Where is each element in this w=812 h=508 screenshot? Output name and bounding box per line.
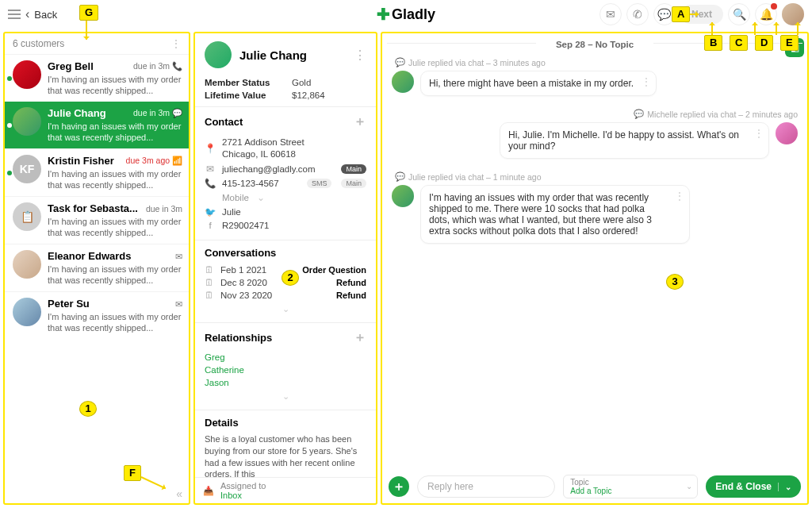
menu-icon[interactable] <box>8 10 21 19</box>
msg-meta-3: Julie replied via chat – 1 minute ago <box>408 172 542 182</box>
msg-text-3: I'm having an issues with my order that … <box>429 192 652 237</box>
add-action-button[interactable]: ＋ <box>389 476 409 497</box>
conversation-header: Sep 28 – No Topic <box>556 40 634 49</box>
customer-avatar <box>13 250 41 279</box>
reply-input[interactable]: Reply here <box>417 475 555 498</box>
customer-name: Eleanor Edwards <box>48 250 131 262</box>
conversation-type: Refund <box>336 278 366 287</box>
chat-bubble-icon: 💬 <box>395 171 405 182</box>
assigned-to-key: Assigned to <box>220 481 266 491</box>
conversation-date: Feb 1 2021 <box>220 265 266 275</box>
inbox-item[interactable]: Greg Belldue in 3m 📞I'm having an issues… <box>5 54 189 102</box>
customer-snippet: I'm having an issues with my order that … <box>48 121 182 143</box>
conversation-type: Order Question <box>302 265 366 275</box>
contact-email[interactable]: juliechang@gladly.com <box>222 164 316 174</box>
relationship-link[interactable]: Jason <box>205 376 366 389</box>
phone-icon[interactable]: ✆ <box>626 3 649 25</box>
customer-name: Peter Su <box>48 298 90 310</box>
annotation-3: 3 <box>666 274 684 290</box>
back-label[interactable]: Back <box>34 9 57 21</box>
relationships-heading: Relationships <box>205 332 272 344</box>
topic-selector[interactable]: Topic Add a Topic ⌄ <box>563 475 698 498</box>
customer-avatar: 📋 <box>13 202 41 231</box>
customer-snippet: I'm having an issues with my order that … <box>48 216 182 238</box>
inbox-item[interactable]: 📋Task for Sebasta...due in 3m I'm having… <box>5 196 189 244</box>
mail-icon[interactable]: ✉ <box>599 3 622 25</box>
contact-twitter[interactable]: Julie <box>222 207 241 217</box>
inbox-count: 6 customers <box>13 38 64 49</box>
profile-name: Julie Chang <box>239 48 346 62</box>
annotation-C: C <box>730 35 748 51</box>
chevron-down-icon[interactable]: ⌄ <box>778 483 791 491</box>
profile-menu-icon[interactable]: ⋮ <box>354 48 366 63</box>
conversation-date: Nov 23 2020 <box>220 291 272 300</box>
customer-avatar: KF <box>13 155 41 183</box>
message-bubble: Hi, Julie. I'm Michelle. I'd be happy to… <box>500 122 769 159</box>
inbox-panel: 6 customers ⋮ Greg Belldue in 3m 📞I'm ha… <box>3 32 190 505</box>
annotation-E: E <box>780 35 799 51</box>
message-menu-icon[interactable]: ⋮ <box>642 76 651 87</box>
facebook-icon: f <box>205 221 216 230</box>
chevron-down-icon: ⌄ <box>686 482 692 491</box>
message-bubble: Hi, there might have been a mistake in m… <box>420 71 657 96</box>
due-label: due in 3m <box>146 204 182 214</box>
customer-name: Task for Sebasta... <box>48 202 138 214</box>
conversation-row[interactable]: 🗓Nov 23 2020Refund <box>205 289 366 302</box>
profile-panel: Julie Chang ⋮ Member StatusGold Lifetime… <box>193 32 377 505</box>
inbox-item[interactable]: Peter Su ✉I'm having an issues with my o… <box>5 291 189 339</box>
topic-value: Add a Topic <box>570 487 691 495</box>
address-line2: Chicago, IL 60618 <box>222 149 296 159</box>
end-close-button[interactable]: End & Close⌄ <box>706 475 801 498</box>
customer-name: Julie Chang <box>48 107 106 119</box>
annotation-1: 1 <box>79 401 97 417</box>
msg-text-2: Hi, Julie. I'm Michelle. I'd be happy to… <box>508 129 739 152</box>
inbox-item[interactable]: KFKristin Fisherdue 3m ago 📶I'm having a… <box>5 148 189 196</box>
conversations-heading: Conversations <box>205 247 276 259</box>
brand-text: Gladly <box>392 6 435 23</box>
add-relationship-icon[interactable]: ＋ <box>354 329 366 346</box>
due-label: due in 3m 💬 <box>133 108 182 118</box>
online-dot-icon <box>7 76 12 81</box>
customer-avatar <box>13 298 41 326</box>
phone-small-icon: 📞 <box>205 178 216 189</box>
back-chevron-icon[interactable]: ‹ <box>25 7 29 21</box>
member-status-value: Gold <box>292 78 311 87</box>
relationship-link[interactable]: Catherine <box>205 364 366 376</box>
relationship-link[interactable]: Greg <box>205 351 366 364</box>
customer-snippet: I'm having an issues with my order that … <box>48 74 182 96</box>
phone-sms-tag: SMS <box>307 179 332 188</box>
member-status-key: Member Status <box>205 78 292 87</box>
chevron-down-icon[interactable]: ⌄ <box>257 192 265 203</box>
inbox-item[interactable]: Eleanor Edwards ✉I'm having an issues wi… <box>5 244 189 291</box>
details-text: She is a loyal customer who has been buy… <box>205 433 366 477</box>
annotation-2: 2 <box>282 270 299 286</box>
search-icon[interactable]: 🔍 <box>728 3 750 25</box>
annotation-G: G <box>79 5 98 21</box>
topic-label: Topic <box>570 478 691 487</box>
customer-name: Greg Bell <box>48 60 94 72</box>
collapse-inbox-icon[interactable]: « <box>176 487 182 500</box>
annotation-F: F <box>124 465 141 481</box>
inbox-menu-icon[interactable]: ⋮ <box>171 38 181 49</box>
annotation-A: A <box>672 6 690 22</box>
conversation-type: Refund <box>336 291 366 300</box>
customer-snippet: I'm having an issues with my order that … <box>48 168 182 190</box>
customer-avatar <box>392 71 414 93</box>
brand-plus-icon: ✚ <box>377 5 390 24</box>
details-heading: Details <box>205 417 239 429</box>
msg-meta-1: Julie replied via chat – 3 minutes ago <box>408 58 546 67</box>
add-contact-icon[interactable]: ＋ <box>354 114 366 130</box>
message-menu-icon[interactable]: ⋮ <box>754 128 764 139</box>
assigned-to-value[interactable]: Inbox <box>220 491 266 500</box>
inbox-item[interactable]: Julie Changdue in 3m 💬I'm having an issu… <box>5 102 189 148</box>
inbox-tray-icon: 📥 <box>203 486 214 496</box>
message-menu-icon[interactable]: ⋮ <box>675 190 684 202</box>
phone-kind[interactable]: Mobile <box>222 193 249 202</box>
expand-relationships-icon[interactable]: ⌄ <box>205 389 366 402</box>
customer-avatar <box>13 60 41 89</box>
due-label: ✉ <box>175 252 182 261</box>
customer-snippet: I'm having an issues with my order that … <box>48 264 182 286</box>
contact-phone[interactable]: 415-123-4567 <box>222 179 279 188</box>
contact-facebook[interactable]: R29002471 <box>222 221 269 230</box>
expand-conversations-icon[interactable]: ⌄ <box>205 302 366 314</box>
